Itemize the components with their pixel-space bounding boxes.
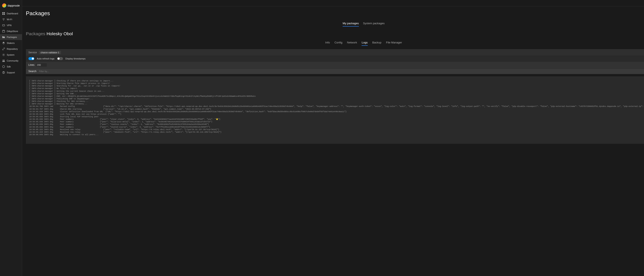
service-label: Service [28, 51, 37, 54]
nav-label: Repository [7, 48, 18, 50]
breadcrumb-name: Holesky Obol [46, 31, 73, 36]
nav-label: System [7, 54, 14, 56]
nav-repository[interactable]: Repository [0, 46, 22, 52]
nav-stakers[interactable]: Stakers [0, 40, 22, 46]
nav-community[interactable]: Community [0, 58, 22, 64]
svg-rect-5 [2, 25, 5, 26]
nav-label: VPN [7, 24, 12, 27]
subtab-config[interactable]: Config [334, 41, 342, 46]
subtabs: Info Config Network Logs Backup File Man… [26, 41, 644, 46]
sdk-icon [2, 65, 5, 68]
nav-packages[interactable]: Packages [0, 34, 22, 40]
nav-label: Wi-Fi [7, 18, 12, 21]
nav-sdk[interactable]: Sdk [0, 64, 22, 70]
vpn-icon [2, 24, 5, 27]
nav-system[interactable]: System [0, 52, 22, 58]
lines-input[interactable] [36, 63, 47, 67]
subtab-backup[interactable]: Backup [372, 41, 382, 46]
nav-label: Stakers [7, 42, 14, 44]
svg-rect-3 [4, 14, 5, 15]
subtab-logs[interactable]: Logs [362, 41, 368, 46]
tab-system-packages[interactable]: System packages [363, 22, 385, 27]
search-row: Search [26, 69, 644, 74]
auto-refresh-toggle[interactable] [28, 57, 34, 60]
nav-label: Support [7, 71, 15, 74]
nav-wifi[interactable]: Wi-Fi [0, 17, 22, 22]
svg-point-10 [2, 66, 5, 68]
lines-row: Lines Download all [26, 62, 644, 69]
nav-dappstore[interactable]: DAppStore [0, 28, 22, 34]
service-select[interactable]: charon-validator-1 [39, 51, 61, 54]
svg-point-4 [3, 20, 4, 21]
svg-rect-6 [2, 31, 5, 32]
search-input[interactable] [39, 70, 644, 73]
logo-icon [2, 3, 6, 8]
breadcrumb: Packages Holesky Obol [26, 31, 644, 36]
content: Packages My packages System packages Pac… [22, 6, 644, 276]
log-controls-panel: Service charon-validator-1 ⌄ Auto-refres… [26, 49, 644, 74]
nav-label: Packages [7, 36, 17, 38]
logo[interactable]: dappnode [0, 2, 22, 11]
breadcrumb-prefix[interactable]: Packages [26, 31, 45, 36]
log-output[interactable]: [ INFO-charon-manager ] Checking if ther… [26, 76, 644, 144]
folder-icon [2, 36, 5, 39]
search-label: Search [28, 70, 36, 73]
page-title: Packages [26, 10, 644, 17]
subtab-file-manager[interactable]: File Manager [386, 41, 402, 46]
nav-support[interactable]: Support [0, 70, 22, 76]
wifi-icon [2, 18, 5, 21]
top-tabs: My packages System packages [26, 22, 644, 27]
tab-my-packages[interactable]: My packages [343, 22, 359, 27]
svg-point-12 [4, 73, 4, 73]
gear-icon [2, 53, 5, 56]
lines-label: Lines [28, 64, 34, 66]
subtab-network[interactable]: Network [347, 41, 357, 46]
stakers-icon [2, 42, 5, 45]
link-icon [2, 48, 5, 50]
grid-icon [2, 12, 5, 15]
nav-vpn[interactable]: VPN [0, 22, 22, 28]
svg-rect-0 [2, 12, 3, 13]
timestamps-label: Display timestamps [66, 57, 86, 60]
users-icon [2, 59, 5, 62]
timestamps-toggle[interactable] [57, 57, 63, 60]
svg-point-8 [2, 60, 3, 61]
svg-rect-1 [4, 12, 5, 13]
logo-text: dappnode [8, 4, 20, 7]
svg-point-9 [4, 60, 4, 61]
nav-label: Community [7, 60, 18, 62]
help-icon [2, 71, 5, 74]
main-area: Packages My packages System packages Pac… [22, 0, 644, 276]
svg-rect-2 [2, 14, 3, 15]
service-row: Service charon-validator-1 ⌄ [26, 49, 644, 56]
subtab-info[interactable]: Info [325, 41, 330, 46]
auto-refresh-label: Auto-refresh logs [37, 57, 54, 60]
store-icon [2, 30, 5, 33]
sidebar: dappnode Dashboard Wi-Fi VPN DAppStore P… [0, 0, 22, 276]
nav-label: Dashboard [7, 12, 18, 15]
topbar [22, 0, 644, 6]
nav-label: DAppStore [7, 30, 18, 33]
toggles-row: Auto-refresh logs Display timestamps [26, 56, 644, 62]
nav-dashboard[interactable]: Dashboard [0, 11, 22, 17]
nav-label: Sdk [7, 65, 11, 68]
svg-point-7 [3, 54, 4, 55]
